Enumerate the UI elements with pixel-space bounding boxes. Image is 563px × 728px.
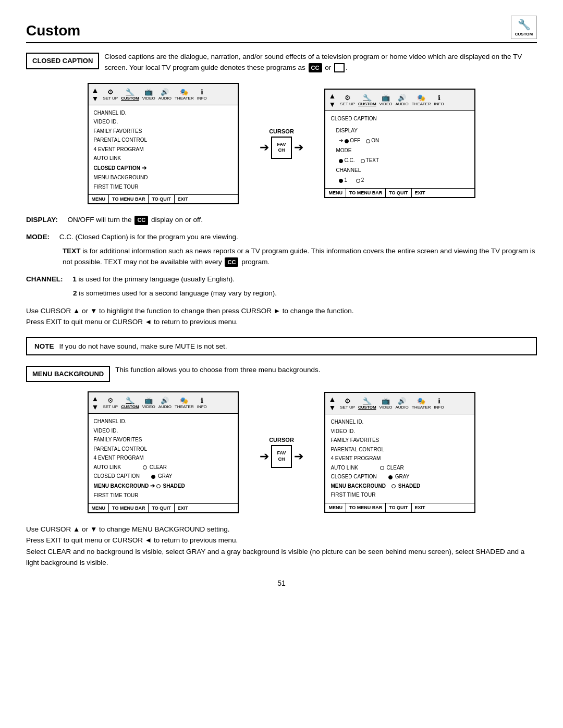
custom-icon: 🔧 CUSTOM <box>511 16 537 39</box>
mb-diagrams-row: ▲▼ ⚙SET UP 🔧CUSTOM 📺VIDEO 🔊AUDIO 🎭THEATE… <box>26 391 537 513</box>
cc-off-on-row: ➔ OFF ON <box>331 135 469 145</box>
video-icon-mb-l: 📺VIDEO <box>142 397 155 409</box>
video-icon-mb-r: 📺VIDEO <box>380 397 393 410</box>
audio-icon-mb-l: 🔊AUDIO <box>158 397 172 409</box>
mb-l-item-3: FAMILY FAVORITES <box>94 435 232 445</box>
cc-item-4: PARENTAL CONTROL <box>94 135 232 145</box>
dot-ch2 <box>356 179 360 183</box>
display-text2: display on or off. <box>151 216 203 224</box>
cc-inst-1: Use CURSOR ▲ or ▼ to highlight the funct… <box>26 305 537 317</box>
cc-right-body: CLOSED CAPTION DISPLAY ➔ OFF ON MODE C.C… <box>325 111 474 188</box>
custom-menu-icon: 🔧CUSTOM <box>121 88 139 101</box>
cc-badge-display: CC <box>134 216 148 225</box>
mode-text-desc2: program. <box>241 258 270 266</box>
menu-background-row: MENU BACKGROUND This function allows you… <box>26 365 537 382</box>
mb-l-item-6: AUTO LINK CLEAR <box>94 463 232 472</box>
theater-icon-mb-l: 🎭THEATER <box>175 397 194 409</box>
cc-inst-2: Press EXIT to quit menu or CURSOR ◄ to r… <box>26 316 537 328</box>
mb-cursor-arrows: ➔ FAVCH ➔ <box>260 445 304 467</box>
setup-icon-r: ⚙SET UP <box>340 94 355 106</box>
mb-r-item-3: FAMILY FAVORITES <box>331 436 469 445</box>
channel-label: CHANNEL: <box>26 275 63 283</box>
cc-item-7: CLOSED CAPTION ➔ <box>94 163 232 173</box>
custom-icon-mb-l: 🔧CUSTOM <box>121 397 139 409</box>
info-icon-r: ℹINFO <box>434 94 444 106</box>
mb-l-item-8: MENU BACKGROUND ➔ SHADED <box>94 481 232 491</box>
cc-left-body: CHANNEL ID. VIDEO ID. FAMILY FAVORITES P… <box>89 105 238 194</box>
cc-diagrams-row: ▲▼ ⚙SET UP 🔧CUSTOM 📺VIDEO 🔊AUDIO 🎭THEATE… <box>26 83 537 204</box>
theater-icon-r: 🎭THEATER <box>412 94 431 106</box>
note-box: NOTE If you do not have sound, make sure… <box>26 337 537 355</box>
arrow-right-icon-mb: ➔ <box>260 450 269 463</box>
mb-right-diagram: ▲▼ ⚙SET UP 🔧CUSTOM 📺VIDEO 🔊AUDIO 🎭THEATE… <box>324 392 475 513</box>
mb-right-body: CHANNEL ID. VIDEO ID. FAMILY FAVORITES P… <box>325 414 474 503</box>
note-label: NOTE <box>34 342 54 350</box>
dot-on <box>366 139 370 143</box>
arrow-right-icon: ➔ <box>260 141 269 154</box>
mb-r-item-1: CHANNEL ID. <box>331 417 469 427</box>
cc-right-title: CLOSED CAPTION <box>331 114 469 124</box>
page-number: 51 <box>26 579 537 587</box>
channel-line1: 1 is used for the primary language (usua… <box>72 275 235 283</box>
mode-text-desc: is for additional information such as ne… <box>63 247 535 266</box>
cc-item-3: FAMILY FAVORITES <box>94 127 232 136</box>
mb-r-item-5: 4 EVENT PROGRAM <box>331 454 469 463</box>
audio-icon-mb-r: 🔊AUDIO <box>395 397 408 410</box>
mb-left-diagram: ▲▼ ⚙SET UP 🔧CUSTOM 📺VIDEO 🔊AUDIO 🎭THEATE… <box>88 391 239 513</box>
mb-right-footer: MENU TO MENU BAR TO QUIT EXIT <box>325 503 474 512</box>
video-icon: 📺VIDEO <box>142 88 155 101</box>
cc-item-9: FIRST TIME TOUR <box>94 182 232 192</box>
cc-right-diagram: ▲▼ ⚙SET UP 🔧CUSTOM 📺VIDEO 🔊AUDIO 🎭THEATE… <box>324 89 475 198</box>
closed-caption-text: Closed captions are the dialogue, narrat… <box>104 52 537 73</box>
setup-icon: ⚙SET UP <box>103 88 118 101</box>
mb-r-item-7: CLOSED CAPTION GRAY <box>331 472 469 482</box>
mb-instructions: Use CURSOR ▲ or ▼ to change MENU BACKGRO… <box>26 524 537 569</box>
info-icon: ℹINFO <box>197 88 207 101</box>
dot-text <box>361 159 365 163</box>
mb-r-item-6: AUTO LINK CLEAR <box>331 463 469 473</box>
nav-arrow-icon-r: ▲▼ <box>328 92 336 108</box>
setup-icon-mb-r: ⚙SET UP <box>340 397 355 410</box>
custom-menu-icon-r: 🔧CUSTOM <box>358 94 376 106</box>
cc-right-menubar: ▲▼ ⚙SET UP 🔧CUSTOM 📺VIDEO 🔊AUDIO 🎭THEATE… <box>325 90 474 111</box>
custom-icon-mb-r: 🔧CUSTOM <box>358 397 376 410</box>
audio-icon: 🔊AUDIO <box>158 88 172 101</box>
cc-ch12-row: 1 2 <box>331 175 469 185</box>
cc-badge-inline: CC <box>309 63 322 72</box>
mb-left-footer: MENU TO MENU BAR TO QUIT EXIT <box>89 503 238 512</box>
display-label: DISPLAY: <box>26 216 58 224</box>
channel-line2: 2 is sometimes used for a second languag… <box>73 289 277 297</box>
menu-icons-mb-r: ⚙SET UP 🔧CUSTOM 📺VIDEO 🔊AUDIO 🎭THEATER ℹ… <box>340 397 444 410</box>
page-title: Custom 🔧 CUSTOM <box>26 16 537 43</box>
cursor-label: CURSOR <box>260 128 304 134</box>
display-section: DISPLAY: ON/OFF will turn the CC display… <box>26 215 537 226</box>
dot-ch1 <box>339 179 343 183</box>
nav-arrow-icon: ▲▼ <box>92 86 99 103</box>
cc-item-6: AUTO LINK <box>94 154 232 163</box>
mb-l-item-1: CHANNEL ID. <box>94 417 232 426</box>
info-icon-mb-r: ℹINFO <box>434 397 444 410</box>
mb-l-item-2: VIDEO ID. <box>94 426 232 436</box>
square-badge-inline <box>334 63 345 72</box>
cursor-arrows: ➔ FAVCH ➔ <box>260 137 304 159</box>
menu-background-text: This function allows you to choose from … <box>115 365 537 376</box>
cc-left-diagram: ▲▼ ⚙SET UP 🔧CUSTOM 📺VIDEO 🔊AUDIO 🎭THEATE… <box>88 83 239 204</box>
mb-inst-3: Select CLEAR and no background is visibl… <box>26 546 537 569</box>
custom-icon-label: CUSTOM <box>515 32 533 36</box>
nav-arrow-icon-mb-l: ▲▼ <box>92 394 99 411</box>
mb-r-item-9: FIRST TIME TOUR <box>331 490 469 500</box>
closed-caption-row: CLOSED CAPTION Closed captions are the d… <box>26 52 537 73</box>
mb-cursor-label: CURSOR <box>260 437 304 443</box>
mb-r-item-4: PARENTAL CONTROL <box>331 445 469 454</box>
cc-cursor-block: CURSOR ➔ FAVCH ➔ <box>260 128 304 159</box>
menu-background-label: MENU BACKGROUND <box>26 366 110 382</box>
mode-label: MODE: <box>26 233 50 241</box>
info-icon-mb-l: ℹINFO <box>197 397 207 409</box>
cc-badge-mode: CC <box>225 257 238 267</box>
cc-cc-text-row: C.C. TEXT <box>331 155 469 165</box>
menu-icons: ⚙SET UP 🔧CUSTOM 📺VIDEO 🔊AUDIO 🎭THEATER ℹ… <box>103 88 206 101</box>
custom-icon-img: 🔧 <box>515 18 533 31</box>
mb-left-body: CHANNEL ID. VIDEO ID. FAMILY FAVORITES P… <box>89 414 238 503</box>
note-text: If you do not have sound, make sure MUTE… <box>59 342 227 350</box>
menu-icons-mb-l: ⚙SET UP 🔧CUSTOM 📺VIDEO 🔊AUDIO 🎭THEATER ℹ… <box>103 397 206 409</box>
